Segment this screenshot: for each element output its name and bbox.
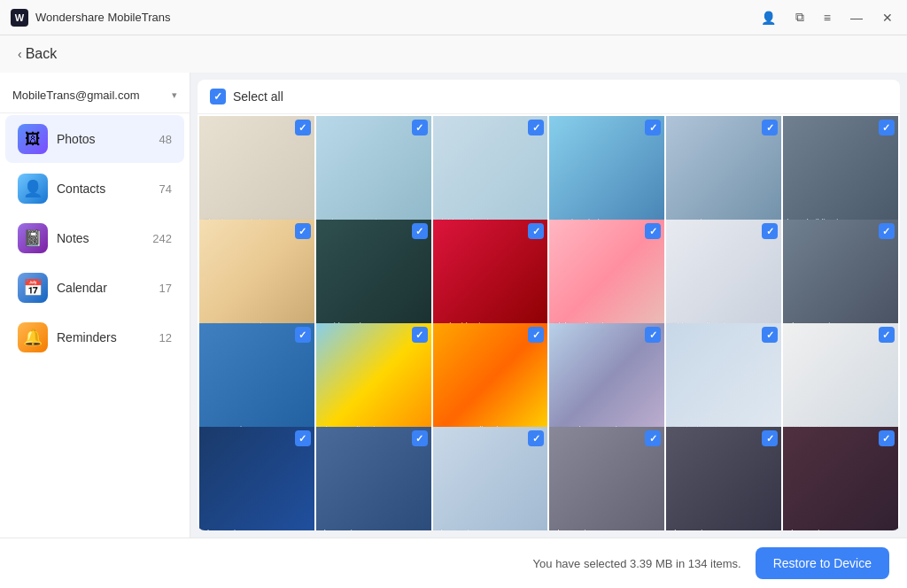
notes-icon: 📓 xyxy=(18,223,48,253)
photo-checkbox[interactable] xyxy=(295,223,311,239)
photo-checkbox[interactable] xyxy=(295,327,311,343)
photo-cell[interactable]: Residence.jpg xyxy=(316,220,431,335)
main-layout: MobileTrans@gmail.com ▾ 🖼 Photos 48 👤 Co… xyxy=(0,73,907,538)
photo-checkbox[interactable] xyxy=(762,430,778,446)
account-selector[interactable]: MobileTrans@gmail.com ▾ xyxy=(0,81,190,113)
back-button[interactable]: ‹ Back xyxy=(18,46,889,62)
photo-checkbox[interactable] xyxy=(879,120,895,135)
sidebar-item-reminders[interactable]: 🔔 Reminders 12 xyxy=(5,313,184,361)
photo-cell[interactable]: photo20.jpg xyxy=(316,427,431,530)
sidebar-count-contacts: 74 xyxy=(159,182,172,196)
photo-cell[interactable]: Sea wave.jpg xyxy=(199,323,314,438)
app-title: Wondershare MobileTrans xyxy=(35,11,170,24)
photo-checkbox[interactable] xyxy=(528,223,544,239)
selection-info: You have selected 3.39 MB in 134 items. xyxy=(533,557,741,570)
photo-area: Select all Circular arcade.jpgStaircase … xyxy=(198,80,900,530)
sidebar-item-notes[interactable]: 📓 Notes 242 xyxy=(5,214,184,262)
sidebar-count-photos: 48 xyxy=(159,133,172,146)
bottom-bar: You have selected 3.39 MB in 134 items. … xyxy=(0,538,907,588)
minimize-button[interactable]: — xyxy=(847,9,866,27)
photo-cell[interactable]: photo19.jpg xyxy=(199,427,314,530)
account-email: MobileTrans@gmail.com xyxy=(12,89,139,102)
photo-grid: Circular arcade.jpgStaircase room.jpgFlu… xyxy=(198,114,900,530)
photo-checkbox[interactable] xyxy=(879,430,895,446)
sidebar-label-notes: Notes xyxy=(57,231,143,245)
photo-cell[interactable]: Water drop wave.jpg xyxy=(549,323,664,438)
profile-button[interactable]: 👤 xyxy=(757,9,779,27)
sidebar-count-reminders: 12 xyxy=(159,331,172,344)
photo-cell[interactable]: photo22.jpg xyxy=(549,427,664,530)
back-chevron-icon: ‹ xyxy=(18,47,22,61)
photo-cell[interactable]: Gradual weakness.jpg xyxy=(666,323,781,438)
photo-checkbox[interactable] xyxy=(528,430,544,446)
sidebar-count-calendar: 17 xyxy=(159,282,172,295)
photos-icon: 🖼 xyxy=(18,124,48,154)
photo-cell[interactable]: large building.jpg xyxy=(783,116,898,231)
select-all-checkbox[interactable] xyxy=(210,89,226,104)
photo-checkbox[interactable] xyxy=(528,327,544,343)
select-all-bar: Select all xyxy=(198,80,900,114)
photo-cell[interactable]: Orange gradient.jpg xyxy=(433,323,548,438)
photo-cell[interactable]: Circular arcade.jpg xyxy=(199,116,314,231)
sidebar-item-photos[interactable]: 🖼 Photos 48 xyxy=(5,115,184,163)
contacts-icon: 👤 xyxy=(18,174,48,204)
title-bar: W Wondershare MobileTrans 👤 ⧉ ≡ — ✕ xyxy=(0,0,907,35)
photo-cell[interactable]: Fluid gradient.jpg xyxy=(433,116,548,231)
window-button[interactable]: ⧉ xyxy=(792,8,808,27)
photo-checkbox[interactable] xyxy=(645,327,661,343)
account-dropdown-icon: ▾ xyxy=(172,89,177,101)
photo-checkbox[interactable] xyxy=(879,223,895,239)
sidebar-item-calendar[interactable]: 📅 Calendar 17 xyxy=(5,264,184,312)
calendar-icon: 📅 xyxy=(18,273,48,303)
photo-cell[interactable]: White gradient.jpg xyxy=(666,220,781,335)
photo-checkbox[interactable] xyxy=(645,430,661,446)
sidebar: MobileTrans@gmail.com ▾ 🖼 Photos 48 👤 Co… xyxy=(0,73,190,538)
photo-cell[interactable]: Glass gradient.jpg xyxy=(316,323,431,438)
reminders-icon: 🔔 xyxy=(18,322,48,352)
back-label: Back xyxy=(26,46,58,62)
photo-cell[interactable]: Staircase room.jpg xyxy=(316,116,431,231)
content: ‹ Back MobileTrans@gmail.com ▾ 🖼 Photos … xyxy=(0,35,907,588)
close-button[interactable]: ✕ xyxy=(879,9,896,27)
photo-cell[interactable]: Skyscraper.jpg xyxy=(783,220,898,335)
photo-cell[interactable]: photo23.jpg xyxy=(666,427,781,530)
photo-checkbox[interactable] xyxy=(412,430,428,446)
app-icon: W xyxy=(11,9,28,27)
photo-cell[interactable]: Pink gradient.jpg xyxy=(549,220,664,335)
sidebar-label-photos: Photos xyxy=(57,132,151,146)
photo-checkbox[interactable] xyxy=(412,327,428,343)
photo-checkbox[interactable] xyxy=(295,120,311,135)
photo-cell[interactable]: IMG_20200224.jpg xyxy=(199,220,314,335)
sidebar-label-calendar: Calendar xyxy=(57,281,151,295)
sidebar-label-contacts: Contacts xyxy=(57,182,151,196)
title-bar-controls: 👤 ⧉ ≡ — ✕ xyxy=(757,8,896,27)
photo-checkbox[interactable] xyxy=(645,223,661,239)
photo-checkbox[interactable] xyxy=(412,120,428,135)
restore-to-device-button[interactable]: Restore to Device xyxy=(756,547,889,579)
title-bar-left: W Wondershare MobileTrans xyxy=(11,9,170,27)
header: ‹ Back xyxy=(0,35,907,73)
photo-checkbox[interactable] xyxy=(645,120,661,135)
photo-cell[interactable]: summer.jpg xyxy=(666,116,781,231)
menu-button[interactable]: ≡ xyxy=(820,9,834,27)
photo-cell[interactable]: photo24.jpg xyxy=(783,427,898,530)
photo-cell[interactable]: Evening sky.jpg xyxy=(549,116,664,231)
photo-checkbox[interactable] xyxy=(762,223,778,239)
photo-checkbox[interactable] xyxy=(762,120,778,135)
select-all-label: Select all xyxy=(233,89,283,104)
photo-checkbox[interactable] xyxy=(295,430,311,446)
photo-checkbox[interactable] xyxy=(412,223,428,239)
photo-cell[interactable]: photo21.jpg xyxy=(433,427,548,530)
photo-checkbox[interactable] xyxy=(528,120,544,135)
photo-cell[interactable]: White building.jpg xyxy=(783,323,898,438)
photo-cell[interactable]: Red Bridge.jpg xyxy=(433,220,548,335)
sidebar-item-contacts[interactable]: 👤 Contacts 74 xyxy=(5,165,184,213)
sidebar-count-notes: 242 xyxy=(152,232,172,245)
sidebar-label-reminders: Reminders xyxy=(57,330,151,344)
photo-checkbox[interactable] xyxy=(762,327,778,343)
photo-checkbox[interactable] xyxy=(879,327,895,343)
